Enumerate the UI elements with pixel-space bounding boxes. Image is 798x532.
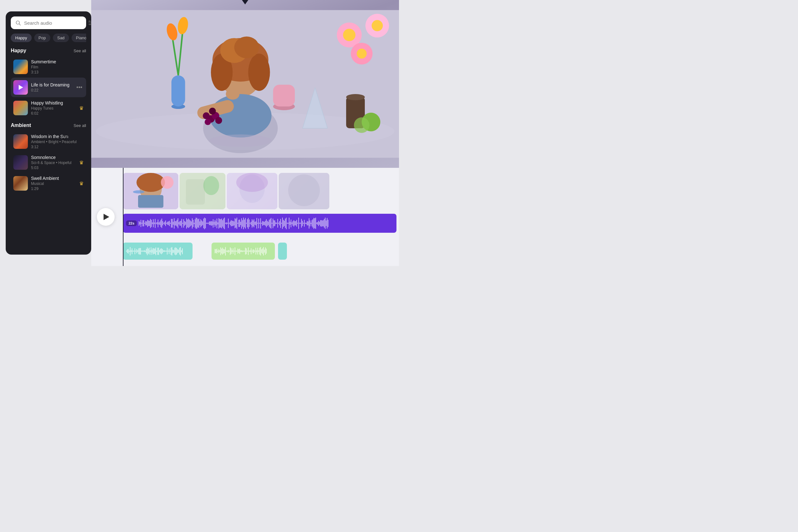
audio-handle[interactable] bbox=[278, 243, 287, 260]
video-clip-2[interactable] bbox=[179, 173, 226, 209]
track-dreaming[interactable]: Life is for Dreaming 0:22 ••• bbox=[11, 78, 86, 97]
svg-point-14 bbox=[248, 54, 270, 91]
track-genre-swell: Musical bbox=[31, 182, 76, 186]
happy-see-all[interactable]: See all bbox=[74, 49, 86, 53]
video-clip-3[interactable] bbox=[227, 173, 278, 209]
track-info-summertime: Summertime Film 3:13 bbox=[31, 59, 83, 74]
tag-piano[interactable]: Piano bbox=[72, 34, 86, 42]
audio-track-teal[interactable] bbox=[123, 243, 192, 260]
tag-happy[interactable]: Happy bbox=[11, 34, 32, 42]
svg-point-5 bbox=[89, 21, 90, 21]
track-duration-somnolence: 5:03 bbox=[31, 166, 76, 170]
timeline-play-button[interactable] bbox=[97, 208, 115, 226]
waveform-purple bbox=[137, 214, 397, 233]
svg-point-50 bbox=[133, 190, 145, 193]
track-somnolence[interactable]: Somnolence Sci-fi & Space • Hopeful 5:03… bbox=[11, 152, 86, 173]
track-duration-swell: 1:29 bbox=[31, 187, 76, 191]
filter-icon[interactable] bbox=[88, 20, 91, 26]
track-genre-whistling: Happy Tunes bbox=[31, 106, 76, 111]
svg-point-39 bbox=[205, 119, 211, 125]
track-duration-summertime: 3:13 bbox=[31, 70, 83, 74]
track-genre-summertime: Film bbox=[31, 65, 83, 69]
track-whistling[interactable]: Happy Whistling Happy Tunes 6:02 ♛ bbox=[11, 98, 86, 118]
play-icon bbox=[103, 214, 109, 220]
crown-icon-whistling: ♛ bbox=[79, 105, 83, 111]
track-duration-wisdom: 3:12 bbox=[31, 145, 83, 149]
track-thumb-somnolence bbox=[13, 155, 28, 170]
happy-section-header: Happy See all bbox=[11, 48, 86, 54]
svg-point-31 bbox=[357, 49, 366, 59]
audio-track-purple[interactable]: 22s bbox=[123, 214, 397, 233]
svg-point-7 bbox=[90, 24, 91, 25]
video-clips-strip bbox=[120, 173, 399, 209]
track-info-swell: Swell Ambient Musical 1:29 bbox=[31, 176, 76, 191]
track-info-wisdom: Wisdom in the Sun Ambient • Bright • Pea… bbox=[31, 134, 83, 149]
play-overlay-dreaming bbox=[13, 80, 28, 95]
svg-point-59 bbox=[288, 174, 320, 206]
svg-point-37 bbox=[209, 108, 216, 115]
svg-point-19 bbox=[226, 88, 240, 99]
search-bar[interactable] bbox=[11, 17, 86, 29]
track-name-whistling: Happy Whistling bbox=[31, 100, 76, 106]
track-info-whistling: Happy Whistling Happy Tunes 6:02 bbox=[31, 100, 76, 116]
audio-panel: Happy Pop Sad Piano Jazz Bi› Happy See a… bbox=[6, 12, 91, 254]
playhead-triangle bbox=[242, 0, 248, 4]
svg-point-16 bbox=[234, 36, 259, 58]
track-thumb-dreaming bbox=[13, 80, 28, 95]
track-name-swell: Swell Ambient bbox=[31, 176, 76, 181]
waveform-green bbox=[211, 243, 275, 260]
svg-point-54 bbox=[203, 176, 219, 195]
waveform-teal bbox=[123, 243, 192, 260]
svg-point-48 bbox=[136, 173, 165, 192]
crown-icon-swell: ♛ bbox=[79, 180, 83, 187]
audio-track-green[interactable] bbox=[211, 243, 275, 260]
video-clip-1[interactable] bbox=[123, 173, 178, 209]
right-panel: 22s bbox=[91, 0, 399, 266]
track-name-somnolence: Somnolence bbox=[31, 155, 76, 160]
svg-point-43 bbox=[354, 117, 369, 133]
duration-badge: 22s bbox=[126, 221, 137, 226]
crown-icon-somnolence: ♛ bbox=[79, 159, 83, 166]
tag-sad[interactable]: Sad bbox=[53, 34, 69, 42]
playhead-marker bbox=[242, 0, 248, 4]
svg-point-57 bbox=[236, 173, 268, 192]
ambient-see-all[interactable]: See all bbox=[74, 123, 86, 128]
svg-point-29 bbox=[372, 20, 383, 31]
more-icon-dreaming[interactable]: ••• bbox=[75, 83, 83, 92]
svg-rect-41 bbox=[273, 84, 295, 107]
play-triangle-dreaming bbox=[19, 85, 23, 90]
video-background bbox=[91, 0, 399, 168]
tag-pop[interactable]: Pop bbox=[34, 34, 50, 42]
timeline-area: 22s bbox=[91, 168, 399, 266]
track-wisdom[interactable]: Wisdom in the Sun Ambient • Bright • Pea… bbox=[11, 131, 86, 152]
track-thumb-swell bbox=[13, 176, 28, 191]
track-genre-somnolence: Sci-fi & Space • Hopeful bbox=[31, 160, 76, 165]
track-thumb-whistling bbox=[13, 101, 28, 115]
scene-illustration bbox=[91, 0, 399, 168]
svg-rect-21 bbox=[171, 75, 185, 107]
video-preview bbox=[91, 0, 399, 168]
track-summertime[interactable]: Summertime Film 3:13 bbox=[11, 57, 86, 77]
svg-point-33 bbox=[346, 94, 365, 100]
track-info-dreaming: Life is for Dreaming 0:22 bbox=[31, 82, 72, 93]
video-clip-4[interactable] bbox=[279, 173, 329, 209]
svg-rect-53 bbox=[186, 179, 205, 205]
track-name-dreaming: Life is for Dreaming bbox=[31, 82, 72, 88]
svg-point-51 bbox=[161, 176, 173, 189]
track-thumb-wisdom bbox=[13, 134, 28, 149]
svg-point-38 bbox=[215, 117, 222, 124]
ambient-section-title: Ambient bbox=[11, 122, 31, 128]
track-swell[interactable]: Swell Ambient Musical 1:29 ♛ bbox=[11, 173, 86, 193]
search-icon bbox=[15, 20, 21, 26]
track-thumb-summertime bbox=[13, 59, 28, 74]
track-genre-wisdom: Ambient • Bright • Peaceful bbox=[31, 140, 83, 144]
track-duration-dreaming: 0:22 bbox=[31, 88, 72, 93]
svg-rect-49 bbox=[138, 195, 164, 208]
svg-line-1 bbox=[19, 24, 20, 25]
search-input[interactable] bbox=[24, 20, 84, 26]
svg-point-45 bbox=[209, 135, 271, 147]
track-name-wisdom: Wisdom in the Sun bbox=[31, 134, 83, 139]
timeline-playhead-line bbox=[123, 168, 124, 266]
track-duration-whistling: 6:02 bbox=[31, 111, 76, 116]
svg-point-36 bbox=[203, 112, 210, 119]
